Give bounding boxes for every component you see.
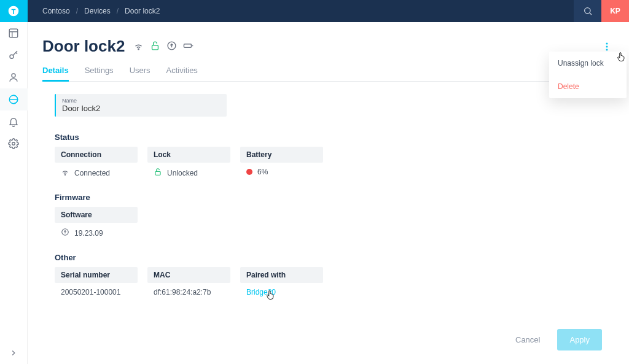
section-status-title: Status xyxy=(55,133,602,142)
tab-activities[interactable]: Activities xyxy=(166,61,198,81)
sidebar-item-users[interactable] xyxy=(0,66,28,88)
status-connection-label: Connection xyxy=(55,147,138,163)
topbar: Contoso / Devices / Door lock2 KP xyxy=(28,0,629,22)
wifi-icon xyxy=(61,168,69,178)
menu-item-delete[interactable]: Delete xyxy=(549,75,627,98)
tab-details[interactable]: Details xyxy=(42,61,69,82)
tabs: Details Settings Users Activities xyxy=(42,61,614,82)
name-field-label: Name xyxy=(62,98,221,104)
firmware-software-value: 19.23.09 xyxy=(55,228,138,238)
status-battery-label: Battery xyxy=(240,147,323,163)
update-icon xyxy=(166,41,177,53)
sidebar-item-notifications[interactable] xyxy=(0,110,28,133)
other-mac-value: df:61:98:24:a2:7b xyxy=(147,288,230,296)
battery-icon xyxy=(183,41,193,53)
update-icon xyxy=(61,228,69,238)
breadcrumb-sep: / xyxy=(76,7,78,15)
section-firmware-title: Firmware xyxy=(55,193,602,202)
status-connection-value: Connected xyxy=(55,168,138,178)
user-avatar[interactable]: KP xyxy=(601,0,629,22)
header-status-icons xyxy=(133,41,193,53)
other-paired-value: Bridge20 xyxy=(240,288,323,296)
other-paired-label: Paired with xyxy=(240,267,323,283)
other-serial-value: 20050201-100001 xyxy=(55,288,138,296)
name-field-value: Door lock2 xyxy=(62,104,221,113)
svg-rect-19 xyxy=(155,171,160,175)
battery-low-dot-icon xyxy=(246,169,252,175)
svg-point-10 xyxy=(138,48,139,49)
tab-users[interactable]: Users xyxy=(130,61,150,81)
sidebar-item-keys[interactable] xyxy=(0,44,28,66)
svg-rect-11 xyxy=(152,45,158,49)
lock-open-icon xyxy=(150,41,160,53)
svg-rect-1 xyxy=(9,29,18,37)
search-button[interactable] xyxy=(574,0,601,22)
status-lock-value: Unlocked xyxy=(147,168,230,178)
svg-rect-13 xyxy=(184,44,192,47)
wifi-icon xyxy=(133,41,144,53)
breadcrumb-org[interactable]: Contoso xyxy=(42,7,70,15)
status-lock-label: Lock xyxy=(147,147,230,163)
other-mac-label: MAC xyxy=(147,267,230,283)
status-battery-value: 6% xyxy=(240,168,323,176)
svg-point-7 xyxy=(12,142,15,145)
svg-point-8 xyxy=(584,8,590,14)
sidebar-item-devices[interactable] xyxy=(0,88,28,110)
svg-line-9 xyxy=(590,13,592,15)
svg-point-17 xyxy=(606,48,608,50)
sidebar-item-settings[interactable] xyxy=(0,133,28,155)
firmware-software-label: Software xyxy=(55,207,138,223)
content-area: Door lock2 Unassign lock Delete xyxy=(28,22,629,364)
breadcrumb-item[interactable]: Door lock2 xyxy=(125,7,160,15)
svg-point-16 xyxy=(606,45,608,47)
breadcrumb: Contoso / Devices / Door lock2 xyxy=(42,7,160,15)
breadcrumb-sep: / xyxy=(117,7,119,15)
breadcrumb-section[interactable]: Devices xyxy=(84,7,111,15)
section-other-title: Other xyxy=(55,253,602,262)
sidebar xyxy=(0,0,28,364)
page-title: Door lock2 xyxy=(42,37,125,56)
other-serial-label: Serial number xyxy=(55,267,138,283)
lock-open-icon xyxy=(154,168,162,178)
svg-point-15 xyxy=(606,42,608,44)
cancel-button[interactable]: Cancel xyxy=(507,330,549,349)
tab-settings[interactable]: Settings xyxy=(85,61,114,81)
menu-item-unassign[interactable]: Unassign lock xyxy=(549,52,627,75)
sidebar-expand-toggle[interactable] xyxy=(0,342,28,364)
name-field[interactable]: Name Door lock2 xyxy=(55,94,227,117)
paired-bridge-link[interactable]: Bridge20 xyxy=(246,288,276,296)
app-logo[interactable] xyxy=(0,0,28,22)
svg-point-5 xyxy=(12,74,15,77)
actions-menu: Unassign lock Delete xyxy=(549,52,627,98)
sidebar-item-dashboard[interactable] xyxy=(0,22,28,44)
svg-point-4 xyxy=(10,55,14,58)
apply-button[interactable]: Apply xyxy=(557,329,602,350)
svg-point-18 xyxy=(64,174,65,175)
